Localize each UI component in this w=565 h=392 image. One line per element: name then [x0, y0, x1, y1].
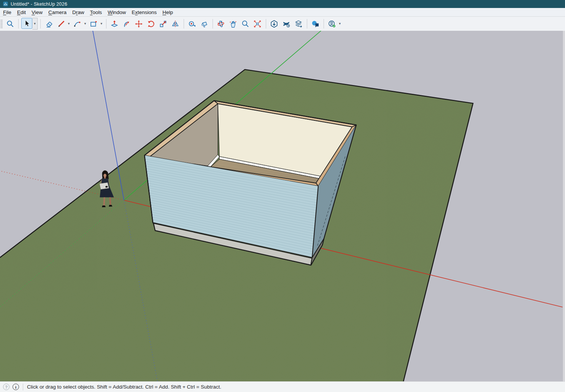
orbit-icon	[217, 20, 225, 28]
viewport-right-gutter	[563, 31, 565, 381]
toolbar-separator	[40, 19, 41, 28]
toolbar-separator	[18, 19, 19, 28]
offset-button[interactable]	[121, 18, 132, 29]
menu-file[interactable]: File	[3, 9, 11, 15]
zoom-button[interactable]	[240, 18, 251, 29]
rotate-button[interactable]	[146, 18, 157, 29]
geolocation-icon[interactable]: ?	[3, 384, 10, 390]
rectangle-icon	[89, 20, 98, 28]
arc-icon	[73, 20, 81, 28]
person-hand	[105, 186, 108, 188]
extension-warehouse-icon	[282, 20, 290, 28]
menu-window[interactable]: Window	[108, 9, 126, 15]
person-tablet	[100, 183, 109, 190]
orbit-button[interactable]	[216, 18, 227, 29]
person-face	[103, 174, 106, 177]
rectangle-tool-dropdown[interactable]: ▼	[100, 22, 103, 25]
statusbar-separator	[23, 384, 23, 390]
scale-button[interactable]	[158, 18, 169, 29]
select-cursor-icon	[23, 19, 31, 28]
toolbar-separator	[324, 19, 324, 28]
arc-tool-dropdown[interactable]: ▼	[84, 22, 87, 25]
3d-warehouse-icon	[270, 20, 278, 28]
menu-bar: File Edit View Camera Draw Tools Window …	[0, 8, 565, 17]
arc-tool-button[interactable]	[72, 18, 83, 29]
flip-icon	[171, 20, 179, 28]
tape-measure-button[interactable]	[187, 18, 198, 29]
status-bar: ? i Click or drag to select objects. Shi…	[0, 381, 565, 392]
menu-draw[interactable]: Draw	[72, 9, 84, 15]
push-pull-icon	[110, 20, 119, 28]
flip-button[interactable]	[170, 18, 181, 29]
chat-button[interactable]	[310, 18, 321, 29]
pan-hand-icon	[229, 20, 237, 28]
info-icon[interactable]: i	[13, 384, 19, 390]
scene-canvas	[0, 31, 565, 381]
window-title: Untitled* - SketchUp 2026	[11, 2, 67, 7]
offset-icon	[122, 20, 131, 28]
toolbar-separator	[213, 19, 213, 28]
overlays-button[interactable]	[293, 18, 304, 29]
menu-camera[interactable]: Camera	[48, 9, 67, 15]
chat-bubbles-icon	[311, 20, 319, 28]
scale-icon	[159, 20, 167, 28]
extension-warehouse-button[interactable]	[281, 18, 292, 29]
toolbar: ▼ ▼ ▼ ▼	[0, 17, 565, 31]
menu-tools[interactable]: Tools	[90, 9, 102, 15]
select-tool-button[interactable]	[21, 18, 32, 29]
title-bar: Untitled* - SketchUp 2026	[0, 0, 565, 8]
search-button[interactable]	[5, 18, 16, 29]
select-tool-dropdown[interactable]: ▼	[32, 18, 38, 30]
eraser-icon	[45, 20, 53, 28]
move-button[interactable]	[133, 18, 144, 29]
toolbar-grip[interactable]	[0, 19, 3, 28]
toolbar-separator	[106, 19, 106, 28]
3d-warehouse-button[interactable]	[269, 18, 280, 29]
zoom-extents-icon	[253, 20, 262, 28]
pencil-icon	[57, 20, 65, 28]
account-dropdown[interactable]: ▼	[338, 22, 341, 25]
viewport-3d[interactable]	[0, 31, 565, 381]
move-icon	[135, 20, 143, 28]
menu-edit[interactable]: Edit	[17, 9, 26, 15]
paint-bucket-icon	[200, 20, 208, 28]
status-hint-text: Click or drag to select objects. Shift =…	[27, 384, 221, 390]
toolbar-separator	[307, 19, 307, 28]
eraser-button[interactable]	[43, 18, 54, 29]
account-button[interactable]	[327, 18, 338, 29]
line-tool-button[interactable]	[56, 18, 67, 29]
tape-measure-icon	[188, 20, 196, 28]
toolbar-separator	[266, 19, 266, 28]
overlays-icon	[294, 20, 303, 28]
push-pull-button[interactable]	[109, 18, 120, 29]
zoom-extents-button[interactable]	[252, 18, 263, 29]
menu-extensions[interactable]: Extensions	[132, 9, 157, 15]
search-icon	[6, 20, 14, 28]
pan-button[interactable]	[228, 18, 239, 29]
rectangle-tool-button[interactable]	[88, 18, 99, 29]
paint-bucket-button[interactable]	[199, 18, 210, 29]
menu-help[interactable]: Help	[162, 9, 173, 15]
toolbar-separator	[184, 19, 184, 28]
menu-view[interactable]: View	[32, 9, 43, 15]
rotate-icon	[147, 20, 155, 28]
zoom-icon	[241, 20, 249, 28]
sketchup-logo-icon	[3, 2, 8, 6]
line-tool-dropdown[interactable]: ▼	[67, 22, 70, 25]
account-icon	[328, 20, 336, 28]
